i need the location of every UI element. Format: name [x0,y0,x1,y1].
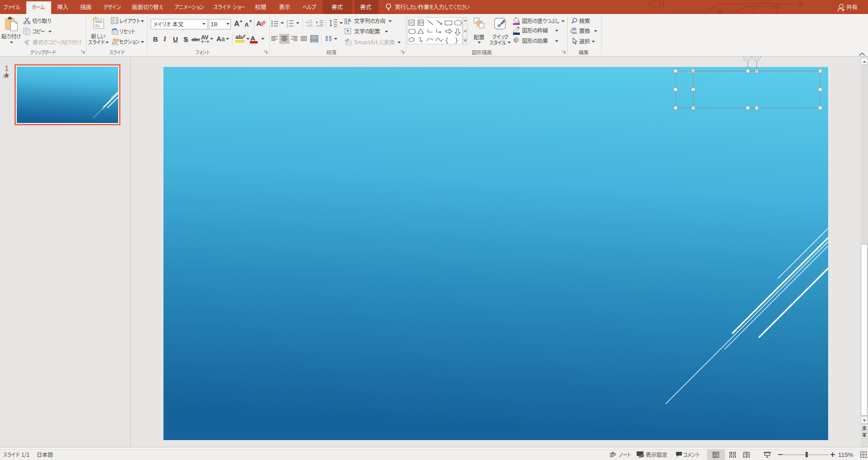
svg-text:A: A [348,18,351,23]
svg-text:A: A [409,20,412,25]
svg-text:ac: ac [572,30,577,35]
svg-text:3: 3 [287,25,288,28]
svg-text:A: A [421,20,423,24]
